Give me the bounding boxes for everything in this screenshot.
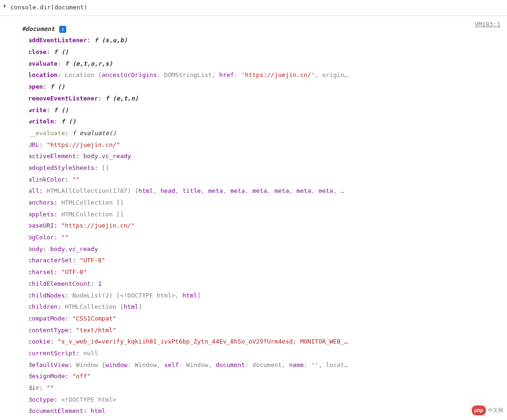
property-key: close — [29, 48, 46, 55]
property-key: designMode — [29, 373, 65, 380]
property-value: "s_v_web_id=verify_kqkiih81_ivxPt6bp_Zyt… — [58, 338, 348, 345]
property-key: evaluate — [29, 60, 58, 67]
property-row[interactable]: dir: "" — [29, 382, 507, 394]
root-label: #document — [23, 25, 54, 32]
property-value: HTMLCollection [html] — [65, 303, 142, 310]
watermark-badge: php — [472, 405, 486, 415]
property-row[interactable]: URL: "https://juejin.cn/" — [29, 139, 507, 151]
property-row[interactable]: ▶applets: HTMLCollection [] — [29, 209, 507, 221]
property-key: open — [29, 83, 43, 90]
property-key: URL — [29, 141, 39, 148]
property-value: HTMLCollection [] — [61, 211, 123, 218]
property-row[interactable]: currentScript: null — [29, 348, 507, 359]
property-value: [] — [102, 164, 109, 171]
property-row[interactable]: ▶close: f () — [29, 46, 507, 58]
property-value: f () — [61, 118, 76, 125]
property-row[interactable]: ▶location: Location {ancestorOrigins: DO… — [29, 69, 507, 81]
property-value: "" — [46, 384, 54, 391]
info-icon[interactable]: i — [59, 26, 66, 33]
property-row[interactable]: baseURI: "https://juejin.cn/" — [29, 220, 507, 232]
property-value: f (s,u,b) — [94, 37, 127, 44]
watermark-text: 中文网 — [488, 405, 503, 415]
object-root[interactable]: ▼#document i — [23, 23, 501, 35]
property-key: documentElement — [29, 407, 83, 414]
property-key: activeElement — [29, 153, 76, 160]
property-key: cookie — [29, 338, 50, 345]
property-row[interactable]: ▶doctype: <!DOCTYPE html> — [29, 394, 507, 406]
property-row[interactable]: ▶body: body.vc_ready — [29, 244, 507, 255]
property-row[interactable]: ▶documentElement: html — [29, 405, 507, 417]
property-row[interactable]: ▶removeEventListener: f (e,t,n) — [29, 93, 507, 105]
property-key: defaultView — [29, 361, 69, 368]
property-value: body.vc_ready — [50, 245, 98, 252]
property-value: "UTF-8" — [61, 268, 87, 275]
property-value: null — [83, 350, 98, 357]
property-value: NodeList(2) [<!DOCTYPE html>, html] — [72, 292, 201, 299]
property-value: f () — [54, 107, 69, 114]
property-value: "text/html" — [76, 327, 116, 334]
property-key: addEventListener — [29, 37, 87, 44]
property-value: Location {ancestorOrigins: DOMStringList… — [65, 71, 348, 78]
property-row[interactable]: ▶children: HTMLCollection [html] — [29, 301, 507, 313]
property-row[interactable]: contentType: "text/html" — [29, 325, 507, 336]
property-row[interactable]: compatMode: "CSS1Compat" — [29, 313, 507, 325]
property-key: dir — [29, 384, 39, 391]
property-key: __evaluate — [29, 130, 65, 137]
property-key: childNodes — [29, 292, 65, 299]
property-row[interactable]: charset: "UTF-8" — [29, 267, 507, 278]
property-key: adoptedStyleSheets — [29, 164, 94, 171]
property-key: children — [29, 303, 58, 310]
property-row[interactable]: cookie: "s_v_web_id=verify_kqkiih81_ivxP… — [29, 336, 507, 348]
property-row[interactable]: ▶addEventListener: f (s,u,b) — [29, 35, 507, 46]
property-key: applets — [29, 211, 54, 218]
property-key: location — [29, 71, 58, 78]
property-value: f (e,t,n) — [105, 95, 138, 102]
property-row[interactable]: ▶open: f () — [29, 81, 507, 93]
property-row[interactable]: designMode: "off" — [29, 371, 507, 382]
property-value: 1 — [98, 280, 102, 287]
property-row[interactable]: ▶defaultView: Window {window: Window, se… — [29, 359, 507, 371]
property-value: Window {window: Window, self: Window, do… — [76, 361, 348, 368]
property-key: anchors — [29, 199, 54, 206]
source-link[interactable]: VM183:1 — [475, 19, 500, 31]
property-row[interactable]: childElementCount: 1 — [29, 278, 507, 290]
console-output: ▼#document i ▶addEventListener: f (s,u,b… — [0, 16, 507, 417]
property-value: <!DOCTYPE html> — [61, 396, 116, 403]
property-key: removeEventListener — [29, 95, 98, 102]
property-key: all — [29, 187, 39, 194]
property-row[interactable]: ▶childNodes: NodeList(2) [<!DOCTYPE html… — [29, 290, 507, 302]
property-value: HTMLAllCollection(1787) [html, head, tit… — [46, 187, 344, 194]
property-row[interactable]: ▶activeElement: body.vc_ready — [29, 151, 507, 162]
property-row[interactable]: ▶anchors: HTMLCollection [] — [29, 197, 507, 209]
property-value: "" — [72, 176, 80, 183]
property-value: "UTF-8" — [80, 257, 106, 264]
property-value: html — [91, 407, 105, 414]
property-value: f () — [54, 48, 69, 55]
property-row[interactable]: ▶adoptedStyleSheets: [] — [29, 162, 507, 174]
property-value: "off" — [72, 373, 91, 380]
property-value: "https://juejin.cn/" — [46, 141, 120, 148]
property-row[interactable]: bgColor: "" — [29, 232, 507, 244]
property-row[interactable]: characterSet: "UTF-8" — [29, 255, 507, 267]
property-key: baseURI — [29, 222, 54, 229]
property-key: write — [29, 107, 46, 114]
property-value: "CSS1Compat" — [72, 315, 116, 322]
property-row[interactable]: ▶writeln: f () — [29, 116, 507, 128]
property-row[interactable]: ▶write: f () — [29, 105, 507, 116]
property-row[interactable]: ▶__evaluate: f evaluate() — [29, 128, 507, 139]
property-row[interactable]: ▶all: HTMLAllCollection(1787) [html, hea… — [29, 185, 507, 197]
console-input-line[interactable]: console.dir(document) — [0, 0, 507, 16]
property-row[interactable]: ▶evaluate: f (e,t,o,r,s) — [29, 58, 507, 70]
property-row[interactable]: alinkColor: "" — [29, 174, 507, 186]
property-key: childElementCount — [29, 280, 91, 287]
console-command: console.dir(document) — [10, 4, 87, 11]
property-key: charset — [29, 268, 54, 275]
property-key: contentType — [29, 327, 69, 334]
watermark: php 中文网 — [472, 405, 503, 415]
property-key: bgColor — [29, 234, 54, 241]
property-value: body.vc_ready — [83, 153, 131, 160]
property-value: f evaluate() — [72, 130, 116, 137]
property-key: writeln — [29, 118, 54, 125]
property-key: currentScript — [29, 350, 76, 357]
property-value: HTMLCollection [] — [61, 199, 123, 206]
